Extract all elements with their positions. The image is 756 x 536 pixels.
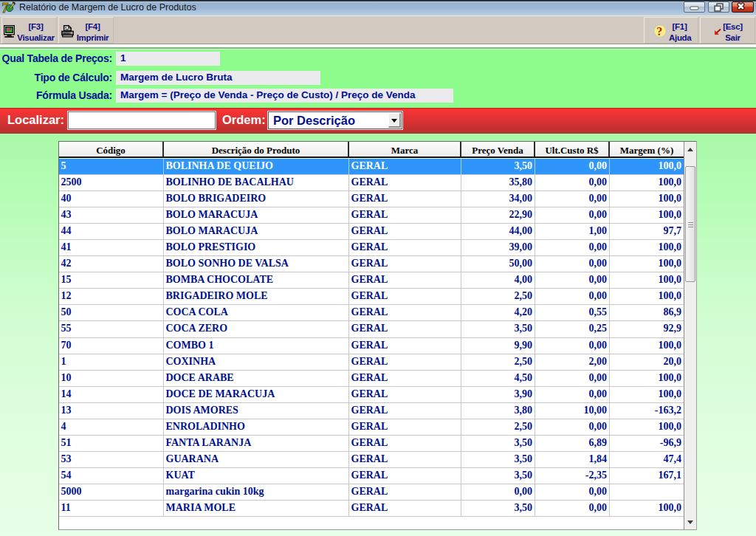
svg-text:?: ? — [656, 25, 662, 38]
